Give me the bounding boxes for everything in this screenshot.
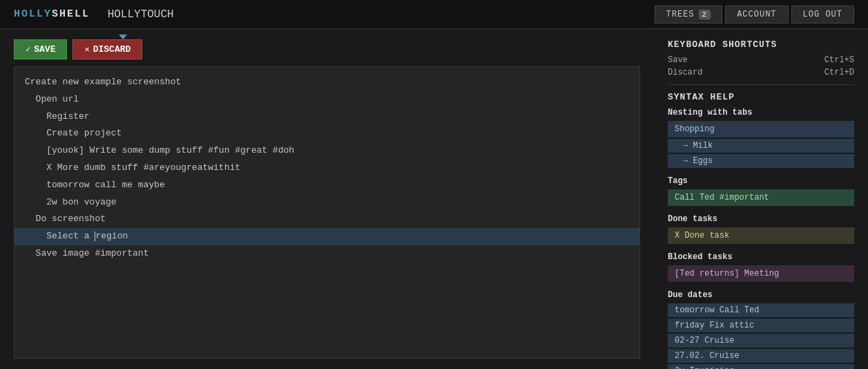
sidebar-divider	[668, 84, 854, 85]
sidebar: KEYBOARD SHORTCUTS SaveCtrl+SDiscardCtrl…	[654, 29, 868, 369]
syntax-example: → Eggs	[668, 154, 854, 168]
editor-panel: ✓ SAVE ✕ DISCARD Create new example scre…	[0, 29, 654, 369]
keyboard-shortcuts-title: KEYBOARD SHORTCUTS	[668, 39, 854, 50]
editor-area[interactable]: Create new example screenshot Open url R…	[14, 66, 640, 359]
shortcut-row: DiscardCtrl+D	[668, 68, 854, 77]
syntax-example: X Done task	[668, 227, 854, 244]
discard-label: DISCARD	[93, 44, 131, 55]
syntax-example: tomorrow Call Ted	[668, 303, 854, 317]
syntax-example: 02-27 Cruise	[668, 334, 854, 348]
editor-line: 2w bon voyage	[15, 194, 639, 211]
shortcut-key: Ctrl+S	[824, 55, 854, 65]
syntax-subsection-title: Nesting with tabs	[668, 108, 854, 117]
editor-line: Create new example screenshot	[15, 74, 639, 91]
editor-line: X More dumb stuff #areyougreatwithit	[15, 160, 639, 177]
logout-button[interactable]: LOG OUT	[791, 6, 854, 23]
text-cursor	[95, 231, 95, 241]
editor-line: Create project	[15, 125, 639, 142]
shortcut-row: SaveCtrl+S	[668, 55, 854, 65]
syntax-example: 2w Invoicing	[668, 364, 854, 369]
logo-separator	[95, 8, 102, 21]
main: ✓ SAVE ✕ DISCARD Create new example scre…	[0, 29, 868, 369]
editor-line: Do screenshot	[15, 211, 639, 228]
syntax-example: Call Ted #important	[668, 189, 854, 206]
save-button[interactable]: ✓ SAVE	[14, 39, 67, 59]
editor-line: Open url	[15, 91, 639, 108]
checkmark-icon: ✓	[26, 44, 30, 55]
syntax-example: → Milk	[668, 139, 854, 153]
x-icon: ✕	[84, 44, 89, 55]
syntax-help-title: SYNTAX HELP	[668, 92, 854, 102]
toolbar: ✓ SAVE ✕ DISCARD	[14, 39, 640, 59]
syntax-subsection: TagsCall Ted #important	[668, 176, 854, 206]
logo-hollytouch: HOLLYTOUCH	[108, 8, 174, 21]
header: HOLLYSHELL HOLLYTOUCH TREES 2 ACCOUNT LO…	[0, 0, 868, 29]
account-label: ACCOUNT	[737, 10, 776, 19]
save-label: SAVE	[34, 44, 55, 55]
trees-button[interactable]: TREES 2	[655, 6, 723, 23]
editor-line: [youok] Write some dump stuff #fun #grea…	[15, 142, 639, 160]
logo: HOLLYSHELL HOLLYTOUCH	[14, 8, 174, 21]
trees-label: TREES	[666, 10, 695, 19]
syntax-subsection: Due datestomorrow Call Tedfriday Fix att…	[668, 290, 854, 369]
syntax-example: 27.02. Cruise	[668, 349, 854, 363]
logo-holly: HOLLY	[14, 8, 52, 20]
syntax-subsection: Blocked tasks[Ted returns] Meeting	[668, 252, 854, 282]
discard-button[interactable]: ✕ DISCARD	[73, 39, 142, 59]
shortcut-label: Discard	[668, 68, 702, 77]
logo-shell: SHELL	[52, 8, 90, 20]
logo-indicator	[119, 35, 127, 39]
editor-line: Save image #important	[15, 245, 639, 263]
nav-buttons: TREES 2 ACCOUNT LOG OUT	[655, 6, 854, 23]
logout-label: LOG OUT	[803, 10, 842, 19]
shortcut-label: Save	[668, 55, 688, 65]
syntax-example: [Ted returns] Meeting	[668, 265, 854, 282]
syntax-example: friday Fix attic	[668, 319, 854, 332]
syntax-subsection-title: Blocked tasks	[668, 252, 854, 262]
syntax-subsection-title: Tags	[668, 176, 854, 186]
syntax-subsection-title: Due dates	[668, 290, 854, 300]
editor-line: tomorrow call me maybe	[15, 177, 639, 194]
syntax-sections: Nesting with tabsShopping→ Milk→ EggsTag…	[668, 108, 854, 369]
trees-badge: 2	[699, 10, 711, 19]
shortcuts-list: SaveCtrl+SDiscardCtrl+D	[668, 55, 854, 77]
syntax-subsection-title: Done tasks	[668, 214, 854, 224]
editor-line: Select a region	[15, 228, 639, 245]
editor-line: Register	[15, 108, 639, 126]
syntax-subsection: Done tasksX Done task	[668, 214, 854, 244]
syntax-subsection: Nesting with tabsShopping→ Milk→ Eggs	[668, 108, 854, 168]
syntax-example: Shopping	[668, 121, 854, 138]
shortcut-key: Ctrl+D	[824, 68, 854, 77]
account-button[interactable]: ACCOUNT	[725, 6, 788, 23]
